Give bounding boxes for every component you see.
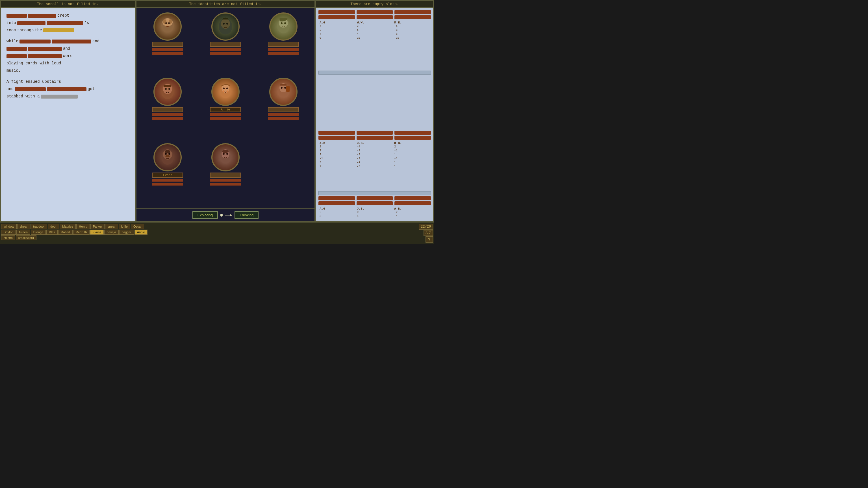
char-bar-2a [210,48,241,51]
svg-point-21 [223,88,225,89]
text-line-7: playing cards with loud [6,60,129,67]
stat-name-ww1: W.W. [357,21,364,24]
svg-point-34 [165,150,170,153]
blank-block-3 [17,21,45,25]
portrait-4[interactable] [153,78,182,106]
stats-row-1: A.G. 4240 W.W. 26410 M.E. -6-8-8-10 [318,10,431,69]
btn-shear[interactable]: shear [17,224,30,229]
btn-redruth[interactable]: Redruth [73,230,89,235]
stat-val-ww1: 26410 [357,24,360,40]
btn-smallsword[interactable]: smallsword [16,235,36,240]
portrait-2[interactable] [211,12,240,41]
character-slot-7[interactable]: Evans [141,143,194,204]
btn-henry[interactable]: Henry [76,224,90,229]
character-slot-8[interactable] [199,143,252,204]
svg-point-33 [168,153,170,155]
blank-block-4 [46,21,83,25]
stat-col-r2-3: O.B. 2-11-111 [394,141,430,169]
text-line-6: were [6,53,129,60]
text-line-3: room through the [6,27,129,34]
btn-robert[interactable]: Robert [58,230,73,235]
portrait-1[interactable] [153,12,182,41]
mode-dot [220,214,223,217]
name-bar-7: Evans [152,172,183,177]
word-while: while [6,38,19,45]
text-line-10: and got [6,86,129,93]
btn-parker[interactable]: Parker [90,224,104,229]
right-panel-header: There are empty slots. [316,1,433,8]
btn-door[interactable]: door [48,224,59,229]
btn-trapdoor[interactable]: trapdoor [31,224,47,229]
character-slot-2[interactable] [199,12,252,73]
name-bar-6 [268,107,299,112]
character-slot-3[interactable] [256,12,310,73]
middle-panel: The identities are not filled in. [135,0,315,222]
portrait-5[interactable] [211,78,240,106]
stat-val-ag3: 23 [319,210,321,218]
char-bar-3b [268,52,299,55]
mode-thinking-btn[interactable]: Thinking [235,211,258,219]
btn-evans[interactable]: Evans [90,230,104,235]
top-section: The scroll is not filled in. crept into … [0,0,434,222]
char-bar-4a [152,113,183,116]
svg-point-24 [227,90,228,92]
svg-point-35 [165,155,170,157]
stat-bar-r3-3 [395,196,431,200]
char-bar-6a [268,113,299,116]
question-button[interactable]: ? [426,236,433,242]
btn-dagger[interactable]: dagger [119,230,134,235]
stats-values-row1: A.G. 4240 W.W. 26410 M.E. -6-8-8-10 [318,20,431,41]
btn-stiletto[interactable]: stiletto [1,235,15,240]
btn-boyton[interactable]: Boyton [1,230,16,235]
btn-annie[interactable]: Annie [134,230,148,235]
btn-spear[interactable]: spear [105,224,118,229]
svg-point-9 [226,23,228,25]
scroll-paragraph-3: A fight ensued upstairs and got stabbed … [6,78,129,100]
btn-knife[interactable]: knife [119,224,130,229]
btn-navaja[interactable]: navaja [104,230,118,235]
char-bar-5a [210,113,241,116]
stats-divider-1 [318,71,431,74]
blank-block-9 [6,54,27,58]
character-slot-6[interactable] [256,78,310,138]
character-slot-5[interactable]: Annie [199,78,252,138]
btn-blair[interactable]: Blair [46,230,58,235]
svg-point-12 [281,22,283,24]
stats-bars-row2a [318,131,431,135]
portrait-face-2 [213,13,239,39]
stat-name-me1: M.E. [394,21,402,24]
stat-val-ag2: 232-132 [319,145,323,169]
btn-breage[interactable]: Breage [31,230,46,235]
svg-point-22 [226,88,228,89]
char-bar-3a [268,48,299,51]
btn-green[interactable]: Green [17,230,30,235]
svg-point-7 [221,19,230,29]
mode-exploring-btn[interactable]: Exploring [192,211,218,219]
stats-values-row3: A.G. 23 J.B. 01 A.B. -2-4 [318,206,431,219]
portrait-8[interactable] [211,143,240,171]
portrait-3[interactable] [269,12,298,41]
stats-bars-row1b [318,15,431,19]
name-text-5: Annie [221,108,230,111]
btn-maurice[interactable]: Maurice [60,224,76,229]
character-slot-1[interactable] [141,12,194,73]
btn-window[interactable]: window [1,224,17,229]
btn-oscar[interactable]: Oscar [131,224,144,229]
name-text-7: Evans [163,173,173,177]
btn-row-3: stiletto smallsword [1,235,417,240]
text-line-9: A fight ensued upstairs [6,78,129,85]
word-and3: and [6,86,13,93]
blank-block-10 [28,54,62,58]
word-room: room [6,27,16,34]
portrait-7[interactable] [153,143,182,171]
az-button[interactable]: A-Z [424,230,433,236]
character-slot-4[interactable] [141,78,194,138]
stat-name-ag3: A.G. [319,207,327,210]
character-grid: Annie [136,8,314,208]
stat-col-r2-2: J.B. -4-2-3-2-4-3 [357,141,393,169]
stat-bar-r1-1 [318,10,355,14]
char-bar-4b [152,117,183,120]
name-bar-1 [152,42,183,47]
blank-block-gray-1 [41,95,78,99]
portrait-6[interactable] [269,78,298,106]
